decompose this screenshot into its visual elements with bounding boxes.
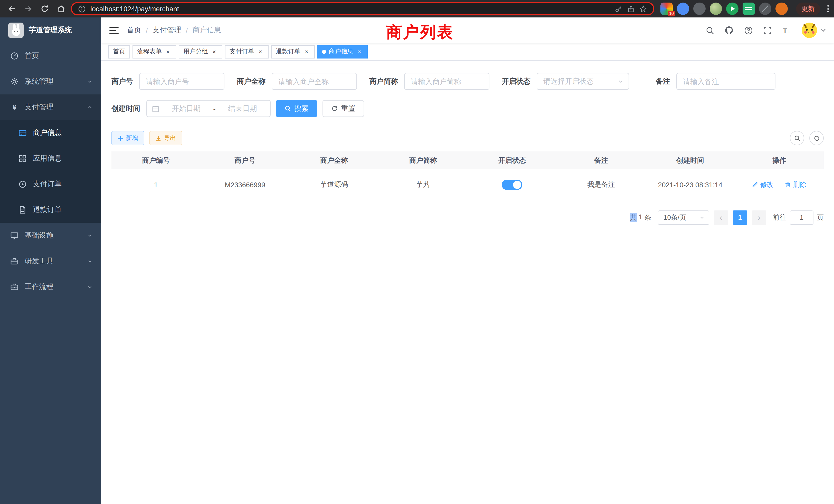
tab-close-icon[interactable] (164, 48, 172, 55)
font-size-icon[interactable]: TT (782, 26, 791, 35)
tab-home[interactable]: 首页 (108, 45, 130, 58)
share-icon[interactable] (627, 5, 635, 13)
page-number-1[interactable]: 1 (733, 210, 747, 225)
browser-home-icon[interactable] (54, 2, 68, 16)
sidebar-item-devtools[interactable]: 研发工具 (0, 248, 101, 274)
toggle-search-button[interactable] (790, 131, 804, 145)
tab-pay-order[interactable]: 支付订单 (225, 45, 269, 58)
address-bar[interactable]: localhost:1024/pay/merchant (71, 2, 654, 16)
tab-close-icon[interactable] (356, 48, 363, 55)
short-name-input[interactable] (404, 73, 489, 90)
tab-user-group[interactable]: 用户分组 (179, 45, 222, 58)
browser-update-button[interactable]: 更新 (796, 2, 820, 15)
gear-icon (10, 77, 19, 86)
browser-refresh-icon[interactable] (38, 2, 51, 16)
refresh-table-button[interactable] (809, 131, 824, 145)
page-jumper: 前往 页 (773, 210, 824, 225)
full-name-input[interactable] (272, 73, 357, 90)
field-status: 开启状态 请选择开启状态 (502, 73, 629, 90)
header-search-icon[interactable] (706, 26, 714, 35)
delete-link[interactable]: 删除 (785, 180, 806, 190)
grid-icon (19, 155, 27, 163)
site-info-icon[interactable] (78, 5, 86, 13)
browser-menu-icon[interactable] (827, 5, 829, 12)
breadcrumb-section[interactable]: 支付管理 (153, 26, 181, 35)
table-header-row: 商户编号 商户号 商户全称 商户简称 开启状态 备注 创建时间 操作 (111, 152, 824, 169)
extension-icon-pinwheel[interactable] (759, 3, 771, 15)
search-form-row-2: 创建时间 开始日期 - 结束日期 (111, 100, 824, 117)
chevron-down-icon (618, 78, 623, 84)
page-size-select[interactable]: 10条/页 (658, 210, 709, 225)
trash-icon (785, 182, 791, 188)
sidebar-item-payment[interactable]: ¥ 支付管理 (0, 94, 101, 120)
document-icon (19, 206, 27, 214)
plus-icon (117, 135, 123, 141)
extension-icon-adblock[interactable]: 10 (660, 3, 673, 15)
yen-icon: ¥ (10, 103, 19, 111)
tab-process-form[interactable]: 流程表单 (132, 45, 176, 58)
tab-merchant-info[interactable]: 商户信息 (317, 45, 368, 58)
edit-link[interactable]: 修改 (752, 180, 774, 190)
tab-refund-order[interactable]: 退款订单 (271, 45, 315, 58)
sidebar-item-workflow[interactable]: 工作流程 (0, 274, 101, 300)
caret-down-icon (821, 28, 826, 32)
breadcrumb-home[interactable]: 首页 (127, 26, 141, 35)
sidebar-item-system[interactable]: 系统管理 (0, 69, 101, 94)
sidebar-group-payment: ¥ 支付管理 商户信息 (0, 94, 101, 223)
bookmark-star-icon[interactable] (639, 5, 647, 13)
download-icon (156, 135, 161, 141)
user-menu[interactable] (802, 23, 826, 38)
extension-icon-orange-avatar[interactable] (775, 3, 788, 15)
tab-close-icon[interactable] (211, 48, 218, 55)
merchant-no-input[interactable] (139, 73, 224, 90)
user-avatar (802, 23, 817, 38)
status-toggle[interactable] (502, 180, 522, 190)
fullscreen-icon[interactable] (763, 26, 772, 35)
sidebar-item-pay-order[interactable]: 支付订单 (0, 171, 101, 197)
calendar-icon (152, 105, 159, 112)
merchant-table: 商户编号 商户号 商户全称 商户简称 开启状态 备注 创建时间 操作 1 (111, 152, 824, 201)
sidebar-item-infrastructure[interactable]: 基础设施 (0, 223, 101, 248)
extension-icon-blue[interactable] (677, 3, 689, 15)
reset-button[interactable]: 重置 (323, 100, 364, 117)
sidebar-item-app-info[interactable]: 应用信息 (0, 146, 101, 171)
bank-card-icon (19, 129, 27, 137)
help-icon[interactable] (744, 26, 753, 35)
extension-icon-green-circle[interactable] (726, 3, 739, 15)
sidebar-item-refund-order[interactable]: 退款订单 (0, 197, 101, 223)
sidebar-toggle-icon[interactable] (109, 27, 118, 33)
prev-page-button[interactable] (714, 210, 728, 225)
add-button[interactable]: 新增 (111, 131, 144, 145)
browser-forward-icon[interactable] (22, 2, 35, 16)
status-select[interactable]: 请选择开启状态 (537, 73, 629, 90)
goto-page-input[interactable] (790, 210, 813, 225)
table-toolbar: 新增 导出 (111, 131, 824, 145)
extension-badge: 10 (667, 11, 675, 17)
sidebar-item-home[interactable]: 首页 (0, 43, 101, 69)
svg-text:T: T (783, 27, 787, 34)
create-time-range-picker[interactable]: 开始日期 - 结束日期 (146, 100, 271, 117)
key-icon[interactable] (615, 5, 622, 13)
app-title: 芋道管理系统 (29, 26, 72, 35)
tab-close-icon[interactable] (257, 48, 264, 55)
chevron-down-icon (87, 78, 93, 85)
field-merchant-no: 商户号 (111, 73, 224, 90)
svg-text:T: T (788, 29, 790, 33)
monitor-icon (10, 231, 19, 240)
search-icon (285, 105, 291, 112)
dashboard-icon (10, 52, 19, 60)
github-icon[interactable] (725, 26, 734, 35)
next-page-button[interactable] (752, 210, 766, 225)
field-short-name: 商户简称 (369, 73, 489, 90)
extension-icon-dark[interactable] (693, 3, 706, 15)
browser-back-icon[interactable] (5, 2, 19, 16)
remark-input[interactable] (676, 73, 775, 90)
extension-icon-avatar[interactable] (710, 3, 722, 15)
date-start-placeholder: 开始日期 (164, 104, 208, 113)
extension-icon-green-square[interactable] (743, 3, 755, 15)
tab-close-icon[interactable] (303, 48, 310, 55)
export-button[interactable]: 导出 (150, 131, 182, 145)
sidebar: 芋道管理系统 首页 系统管理 (0, 18, 101, 504)
search-button[interactable]: 搜索 (276, 100, 317, 117)
sidebar-item-merchant-info[interactable]: 商户信息 (0, 120, 101, 146)
